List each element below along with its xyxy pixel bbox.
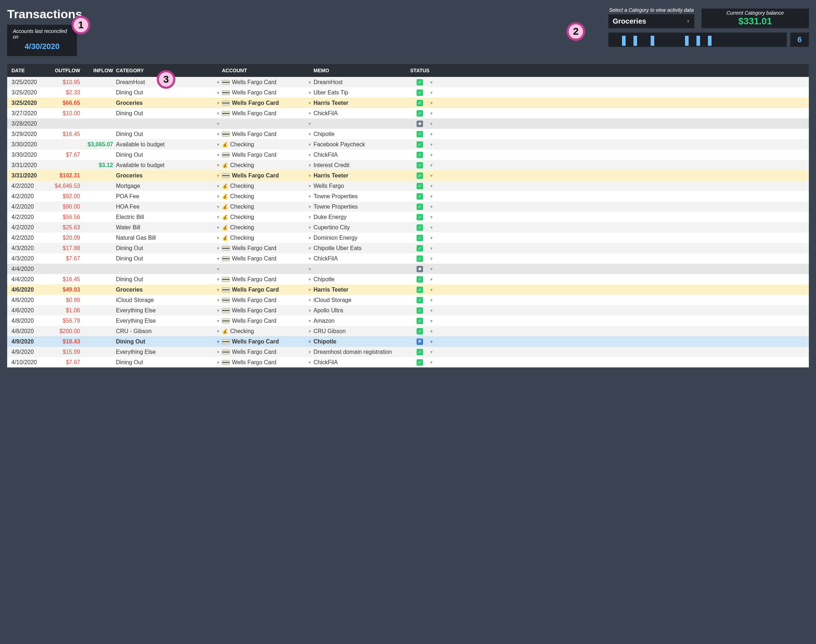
cell-account[interactable]: Wells Fargo Card	[222, 339, 308, 345]
cell-outflow[interactable]: $92.00	[47, 193, 83, 199]
cell-status[interactable]: ✓	[410, 276, 429, 283]
table-row[interactable]: 3/31/2020$102.31Groceries▼Wells Fargo Ca…	[7, 170, 809, 181]
cell-date[interactable]: 3/27/2020	[11, 110, 47, 117]
account-dropdown-icon[interactable]: ▼	[308, 267, 313, 271]
table-row[interactable]: 4/2/2020$92.00POA Fee▼Checking▼Towne Pro…	[7, 191, 809, 201]
table-row[interactable]: 3/27/2020$10.00Dining Out▼Wells Fargo Ca…	[7, 108, 809, 118]
cell-memo[interactable]: Chipotle	[313, 339, 410, 345]
table-row[interactable]: 4/9/2020$15.99Everything Else▼Wells Farg…	[7, 347, 809, 357]
cell-account[interactable]: Wells Fargo Card	[222, 79, 308, 86]
table-row[interactable]: 4/2/2020$56.56Electric Bill▼Checking▼Duk…	[7, 212, 809, 222]
cell-outflow[interactable]: $7.67	[47, 152, 83, 158]
cell-outflow[interactable]: $1.06	[47, 307, 83, 314]
cell-account[interactable]: Checking	[222, 193, 308, 199]
cell-memo[interactable]: iCloud Storage	[313, 297, 410, 304]
cell-category[interactable]: Available to budget	[116, 141, 216, 148]
table-row[interactable]: 4/2/2020$20.09Natural Gas Bill▼Checking▼…	[7, 233, 809, 243]
cell-category[interactable]: Groceries	[116, 172, 216, 179]
cell-date[interactable]: 4/4/2020	[11, 266, 47, 272]
cell-date[interactable]: 4/8/2020	[11, 318, 47, 324]
cell-account[interactable]: Wells Fargo Card	[222, 131, 308, 137]
status-dropdown-icon[interactable]: ▼	[429, 143, 439, 147]
category-dropdown-icon[interactable]: ▼	[216, 205, 222, 209]
cell-memo[interactable]: Chipotle	[313, 131, 410, 137]
cell-date[interactable]: 3/31/2020	[11, 172, 47, 179]
table-row[interactable]: 4/8/2020$200.00CRU - Gibson▼Checking▼CRU…	[7, 326, 809, 336]
account-dropdown-icon[interactable]: ▼	[308, 360, 313, 365]
status-dropdown-icon[interactable]: ▼	[429, 194, 439, 199]
cell-date[interactable]: 4/2/2020	[11, 235, 47, 241]
cell-outflow[interactable]: $10.43	[47, 339, 83, 345]
status-dropdown-icon[interactable]: ▼	[429, 339, 439, 344]
cell-outflow[interactable]: $2.33	[47, 89, 83, 96]
category-dropdown-icon[interactable]: ▼	[216, 90, 222, 95]
cell-account[interactable]: Wells Fargo Card	[222, 318, 308, 324]
category-dropdown-icon[interactable]: ▼	[216, 153, 222, 157]
cell-category[interactable]: Everything Else	[116, 307, 216, 314]
category-dropdown-icon[interactable]: ▼	[216, 277, 222, 282]
cell-status[interactable]: ✓	[410, 348, 429, 355]
cell-status[interactable]: ✱	[410, 265, 429, 272]
cell-memo[interactable]: ChickFilA	[313, 256, 410, 262]
cell-memo[interactable]: Harris Teeter	[313, 172, 410, 179]
table-row[interactable]: 3/30/2020$7.67Dining Out▼Wells Fargo Car…	[7, 150, 809, 160]
cell-status[interactable]: ✓	[410, 328, 429, 334]
cell-status[interactable]: ✓	[410, 151, 429, 158]
cell-outflow[interactable]: $16.45	[47, 131, 83, 137]
cell-date[interactable]: 4/6/2020	[11, 307, 47, 314]
status-dropdown-icon[interactable]: ▼	[429, 267, 439, 271]
cell-category[interactable]: Dining Out	[116, 89, 216, 96]
category-dropdown-icon[interactable]: ▼	[216, 360, 222, 365]
table-row[interactable]: 3/31/2020$3.12Available to budget▼Checki…	[7, 160, 809, 170]
status-dropdown-icon[interactable]: ▼	[429, 298, 439, 302]
cell-status[interactable]: ✓	[410, 182, 429, 189]
cell-account[interactable]: Wells Fargo Card	[222, 359, 308, 366]
cell-account[interactable]: Wells Fargo Card	[222, 297, 308, 304]
account-dropdown-icon[interactable]: ▼	[308, 101, 313, 105]
cell-category[interactable]: Dining Out	[116, 152, 216, 158]
cell-category[interactable]: Everything Else	[116, 349, 216, 355]
cell-category[interactable]: Dining Out	[116, 276, 216, 283]
cell-status[interactable]: ✓	[410, 245, 429, 251]
table-row[interactable]: 4/2/2020$4,646.53Mortgage▼Checking▼Wells…	[7, 181, 809, 191]
cell-status[interactable]: ✓	[410, 162, 429, 169]
cell-memo[interactable]: Harris Teeter	[313, 287, 410, 293]
cell-memo[interactable]: Chipotle Uber Eats	[313, 245, 410, 251]
cell-status[interactable]: ✓	[410, 213, 429, 221]
status-dropdown-icon[interactable]: ▼	[429, 173, 439, 178]
account-dropdown-icon[interactable]: ▼	[308, 215, 313, 219]
table-row[interactable]: 4/6/2020$49.03Groceries▼Wells Fargo Card…	[7, 284, 809, 295]
category-select[interactable]: Groceries ▼	[609, 14, 694, 28]
table-row[interactable]: 4/2/2020$90.00HOA Fee▼Checking▼Towne Pro…	[7, 201, 809, 212]
account-dropdown-icon[interactable]: ▼	[308, 288, 313, 292]
status-dropdown-icon[interactable]: ▼	[429, 80, 439, 84]
cell-category[interactable]: Available to budget	[116, 162, 216, 169]
status-dropdown-icon[interactable]: ▼	[429, 153, 439, 157]
cell-account[interactable]: Wells Fargo Card	[222, 349, 308, 355]
cell-memo[interactable]: Duke Energy	[313, 214, 410, 221]
category-dropdown-icon[interactable]: ▼	[216, 143, 222, 147]
table-row[interactable]: 4/4/2020$16.45Dining Out▼Wells Fargo Car…	[7, 274, 809, 284]
cell-date[interactable]: 3/25/2020	[11, 89, 47, 96]
cell-date[interactable]: 3/30/2020	[11, 152, 47, 158]
cell-inflow[interactable]: $3.12	[83, 162, 116, 169]
cell-status[interactable]: ✱	[410, 120, 429, 127]
cell-status[interactable]: ✓	[410, 235, 429, 241]
category-dropdown-icon[interactable]: ▼	[216, 163, 222, 167]
cell-category[interactable]: Groceries	[116, 287, 216, 293]
table-row[interactable]: 3/25/2020$10.95DreamHost▼Wells Fargo Car…	[7, 77, 809, 87]
cell-outflow[interactable]: $7.67	[47, 359, 83, 366]
table-row[interactable]: 4/3/2020$17.88Dining Out▼Wells Fargo Car…	[7, 243, 809, 253]
status-dropdown-icon[interactable]: ▼	[429, 184, 439, 188]
cell-account[interactable]: Checking	[222, 214, 308, 221]
cell-date[interactable]: 4/8/2020	[11, 328, 47, 334]
account-dropdown-icon[interactable]: ▼	[308, 350, 313, 354]
cell-outflow[interactable]: $4,646.53	[47, 183, 83, 189]
category-dropdown-icon[interactable]: ▼	[216, 173, 222, 178]
cell-category[interactable]: Dining Out	[116, 245, 216, 251]
account-dropdown-icon[interactable]: ▼	[308, 111, 313, 115]
col-date[interactable]: DATE	[11, 67, 47, 74]
cell-status[interactable]: ✓	[410, 172, 429, 179]
cell-account[interactable]: Wells Fargo Card	[222, 276, 308, 283]
cell-memo[interactable]: ChickFilA	[313, 152, 410, 158]
